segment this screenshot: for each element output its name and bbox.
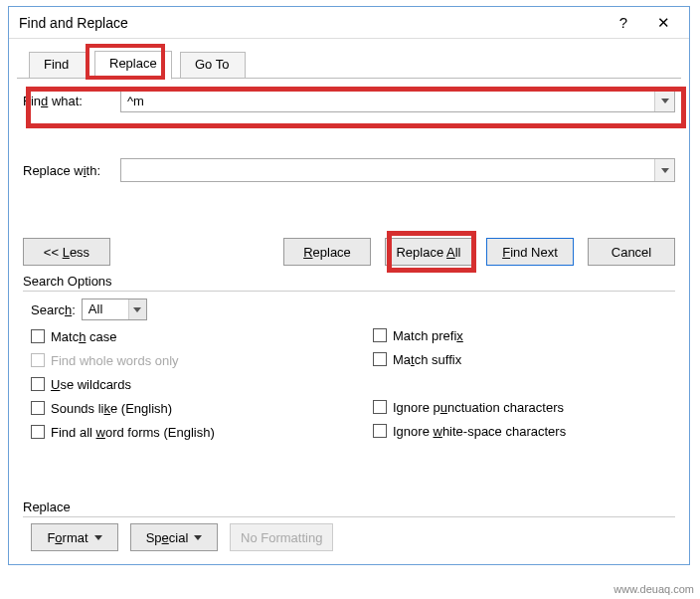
search-options-panel: Search: All Match case Find whole words … xyxy=(23,298,675,444)
replace-with-combo[interactable] xyxy=(120,158,675,182)
ignore-punct-label: Ignore punctuation characters xyxy=(393,400,564,415)
window-title: Find and Replace xyxy=(19,15,604,31)
word-forms-checkbox[interactable] xyxy=(31,425,45,439)
search-options-heading: Search Options xyxy=(23,274,675,289)
no-formatting-button: No Formatting xyxy=(230,523,333,551)
match-case-checkbox[interactable] xyxy=(31,329,45,343)
tab-find[interactable]: Find xyxy=(29,52,87,79)
find-what-input[interactable] xyxy=(121,90,654,111)
search-direction-value: All xyxy=(83,300,128,319)
find-next-button[interactable]: Find Next xyxy=(486,238,574,266)
match-suffix-option[interactable]: Match suffix xyxy=(373,347,675,371)
match-suffix-label: Match suffix xyxy=(393,352,461,367)
match-case-option[interactable]: Match case xyxy=(31,324,333,348)
action-buttons: << Less Replace Replace All Find Next Ca… xyxy=(23,238,675,266)
less-button[interactable]: << Less xyxy=(23,238,110,266)
find-replace-dialog: Find and Replace ? ✕ Find Replace Go To … xyxy=(8,6,690,565)
tab-goto[interactable]: Go To xyxy=(180,52,246,79)
replace-button[interactable]: Replace xyxy=(283,238,371,266)
special-button[interactable]: Special xyxy=(130,523,218,551)
replace-with-input[interactable] xyxy=(121,159,654,181)
word-forms-option[interactable]: Find all word forms (English) xyxy=(31,420,333,444)
chevron-down-icon xyxy=(133,307,141,312)
find-what-row: Find what: xyxy=(23,89,675,112)
ignore-ws-option[interactable]: Ignore white-space characters xyxy=(373,419,675,443)
replace-with-row: Replace with: xyxy=(23,158,675,182)
search-direction-label: Search: xyxy=(31,302,76,317)
chevron-down-icon xyxy=(661,168,669,173)
find-what-label: Find what: xyxy=(23,94,120,108)
match-prefix-option[interactable]: Match prefix xyxy=(373,323,675,347)
use-wildcards-label: Use wildcards xyxy=(51,377,131,392)
word-forms-label: Find all word forms (English) xyxy=(51,425,215,440)
tab-replace[interactable]: Replace xyxy=(94,51,172,80)
ignore-ws-label: Ignore white-space characters xyxy=(393,424,566,439)
close-button[interactable]: ✕ xyxy=(643,9,683,37)
divider-2 xyxy=(23,516,675,517)
tab-strip: Find Replace Go To xyxy=(17,49,681,79)
sounds-like-label: Sounds like (English) xyxy=(51,401,172,416)
whole-words-label: Find whole words only xyxy=(51,353,179,368)
watermark: www.deuaq.com xyxy=(613,583,694,595)
search-direction-dropdown[interactable] xyxy=(128,300,146,319)
format-button[interactable]: Format xyxy=(31,523,118,551)
match-prefix-label: Match prefix xyxy=(393,328,463,343)
use-wildcards-option[interactable]: Use wildcards xyxy=(31,372,333,396)
replace-footer-buttons: Format Special No Formatting xyxy=(23,523,675,551)
match-suffix-checkbox[interactable] xyxy=(373,352,387,366)
find-what-combo[interactable] xyxy=(120,89,675,112)
chevron-down-icon xyxy=(661,99,669,103)
titlebar: Find and Replace ? ✕ xyxy=(9,7,689,39)
cancel-button[interactable]: Cancel xyxy=(588,238,675,266)
ignore-punct-checkbox[interactable] xyxy=(373,400,387,414)
help-button[interactable]: ? xyxy=(604,9,643,37)
find-what-dropdown[interactable] xyxy=(654,90,674,111)
divider xyxy=(23,291,675,292)
replace-with-label: Replace with: xyxy=(23,163,120,178)
match-case-label: Match case xyxy=(51,329,116,344)
whole-words-option: Find whole words only xyxy=(31,348,333,372)
whole-words-checkbox xyxy=(31,353,45,367)
search-direction-select[interactable]: All xyxy=(82,299,147,320)
sounds-like-checkbox[interactable] xyxy=(31,401,45,415)
replace-all-button[interactable]: Replace All xyxy=(385,238,472,266)
use-wildcards-checkbox[interactable] xyxy=(31,377,45,391)
sounds-like-option[interactable]: Sounds like (English) xyxy=(31,396,333,420)
match-prefix-checkbox[interactable] xyxy=(373,328,387,342)
ignore-ws-checkbox[interactable] xyxy=(373,424,387,438)
replace-with-dropdown[interactable] xyxy=(654,159,674,181)
search-direction-row: Search: All xyxy=(31,298,333,321)
replace-section-heading: Replace xyxy=(23,499,675,514)
ignore-punct-option[interactable]: Ignore punctuation characters xyxy=(373,395,675,419)
